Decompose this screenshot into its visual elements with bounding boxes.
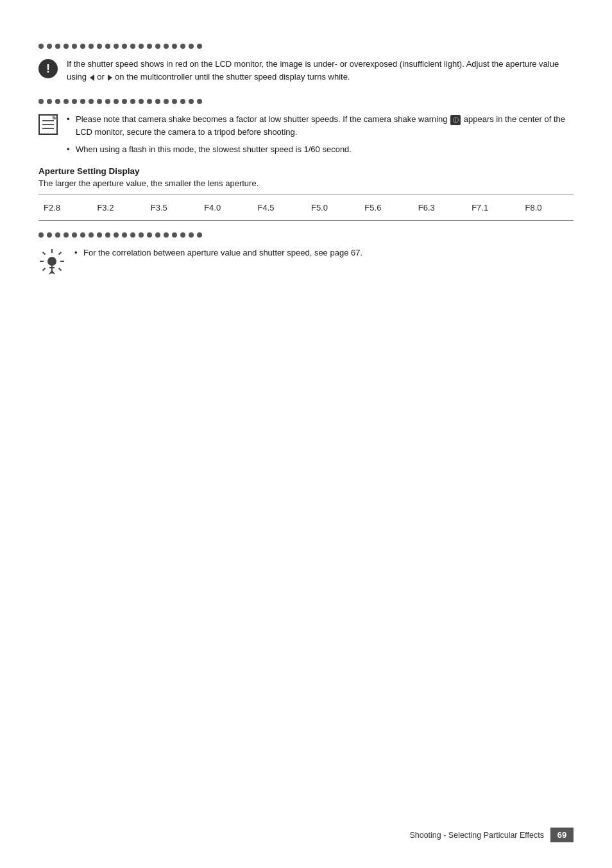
warning-circle-icon: ! <box>38 59 58 78</box>
aperture-section: Aperture Setting Display The larger the … <box>38 166 574 221</box>
aperture-value-f63: F6.3 <box>413 200 466 215</box>
note-line-3 <box>42 128 54 129</box>
or-text: or <box>340 59 348 69</box>
note-content: Please note that camera shake becomes a … <box>67 113 574 159</box>
warning-text: If the shutter speed shows in red on the… <box>67 58 574 83</box>
dotted-divider-1 <box>38 44 574 49</box>
dotted-divider-3 <box>38 232 574 238</box>
svg-line-6 <box>59 252 62 254</box>
aperture-value-f40: F4.0 <box>199 200 252 215</box>
note-document-icon <box>38 114 58 135</box>
aperture-value-f32: F3.2 <box>92 200 145 215</box>
arrow-left-icon <box>90 74 94 81</box>
aperture-table-row: F2.8 F3.2 F3.5 F4.0 F4.5 F5.0 F5.6 F6.3 … <box>38 200 574 215</box>
aperture-value-f80: F8.0 <box>520 200 574 215</box>
aperture-value-f45: F4.5 <box>253 200 306 215</box>
note-bullet-list: Please note that camera shake becomes a … <box>67 113 574 155</box>
arrow-right-icon <box>108 74 112 81</box>
aperture-value-f71: F7.1 <box>466 200 520 215</box>
tip-content: For the correlation between aperture val… <box>74 247 574 263</box>
warning-block: ! If the shutter speed shows in red on t… <box>38 58 574 87</box>
content-area: ! If the shutter speed shows in red on t… <box>38 19 574 277</box>
page: ! If the shutter speed shows in red on t… <box>0 0 612 868</box>
tip-block: For the correlation between aperture val… <box>38 247 574 277</box>
note-block: Please note that camera shake becomes a … <box>38 113 574 159</box>
svg-point-8 <box>47 257 56 266</box>
note-bullet-1: Please note that camera shake becomes a … <box>67 113 574 139</box>
note-bullet-2: When using a flash in this mode, the slo… <box>67 143 574 156</box>
aperture-subtitle: The larger the aperture value, the small… <box>38 178 574 188</box>
note-icon-container <box>38 114 58 135</box>
note-line-2 <box>42 124 54 125</box>
aperture-table: F2.8 F3.2 F3.5 F4.0 F4.5 F5.0 F5.6 F6.3 … <box>38 200 574 215</box>
svg-line-4 <box>43 252 46 254</box>
footer-page-number: 69 <box>550 828 574 842</box>
note-line-1 <box>42 120 54 121</box>
tip-bullet-list: For the correlation between aperture val… <box>74 247 574 259</box>
aperture-value-f28: F2.8 <box>38 200 92 215</box>
aperture-value-f56: F5.6 <box>359 200 412 215</box>
footer: Shooting - Selecting Particular Effects … <box>409 828 574 842</box>
warning-content: If the shutter speed shows in red on the… <box>67 58 574 87</box>
aperture-value-f50: F5.0 <box>306 200 359 215</box>
aperture-title: Aperture Setting Display <box>38 166 574 176</box>
footer-label: Shooting - Selecting Particular Effects <box>409 831 544 840</box>
tip-icon-container <box>38 248 65 277</box>
aperture-table-wrap: F2.8 F3.2 F3.5 F4.0 F4.5 F5.0 F5.6 F6.3 … <box>38 195 574 221</box>
dotted-divider-2 <box>38 99 574 104</box>
aperture-value-f35: F3.5 <box>146 200 199 215</box>
svg-line-5 <box>59 268 62 270</box>
tip-sun-icon <box>38 248 65 275</box>
tip-bullet-1: For the correlation between aperture val… <box>74 247 574 259</box>
warning-icon: ! <box>38 59 58 78</box>
camera-shake-icon: ⓘ <box>450 115 461 125</box>
svg-line-7 <box>43 268 46 270</box>
